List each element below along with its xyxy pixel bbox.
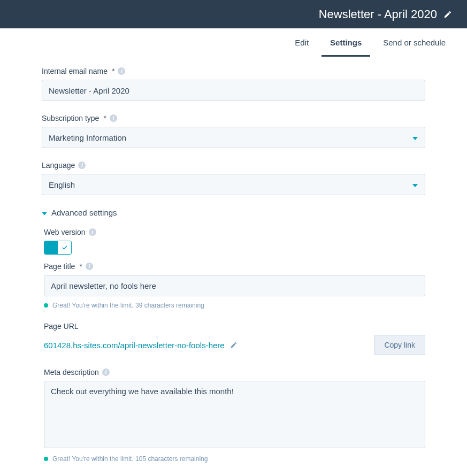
info-icon[interactable]: i [89,228,96,236]
page-url-label: Page URL [44,322,79,331]
meta-description-label: Meta description [44,368,99,377]
subscription-type-label: Subscription type [42,114,99,122]
required-marker: * [79,262,82,271]
tab-bar: Edit Settings Send or schedule [0,28,467,58]
meta-description-input[interactable] [44,381,425,448]
field-page-title: Page title * i Great! You're within the … [44,262,425,309]
internal-email-name-input[interactable] [42,80,425,101]
internal-email-name-label: Internal email name [42,67,108,75]
field-page-url: Page URL 601428.hs-sites.com/april-newsl… [44,322,425,355]
page-title-input[interactable] [44,275,425,296]
info-icon[interactable]: i [78,162,86,169]
page-title-label: Page title [44,262,75,271]
info-icon[interactable]: i [86,263,93,270]
advanced-settings-section: Advanced settings Web version i Page tit… [42,208,425,463]
field-language: Language i English [42,161,425,195]
field-subscription-type: Subscription type * i Marketing Informat… [42,114,425,148]
page-url-value: 601428.hs-sites.com/april-newsletter-no-… [44,341,225,350]
subscription-type-value: Marketing Information [42,127,425,148]
page-title-helper: Great! You're within the limit. 39 chara… [44,302,425,309]
subscription-type-select[interactable]: Marketing Information [42,127,425,148]
status-dot-icon [44,457,48,461]
page-title-helper-text: Great! You're within the limit. 39 chara… [52,302,204,309]
info-icon[interactable]: i [118,67,125,75]
web-version-toggle[interactable] [44,241,72,255]
field-meta-description: Meta description i Great! You're within … [44,368,425,463]
tab-send[interactable]: Send or schedule [372,29,456,57]
language-label: Language [42,161,75,170]
tab-edit[interactable]: Edit [284,29,319,57]
language-value: English [42,174,425,195]
advanced-settings-toggle[interactable]: Advanced settings [42,208,425,217]
copy-link-button[interactable]: Copy link [374,335,425,355]
meta-description-helper-text: Great! You're within the limit. 105 char… [52,455,208,463]
form-container: Internal email name * i Subscription typ… [0,58,467,473]
info-icon[interactable]: i [110,114,117,122]
status-dot-icon [44,303,48,308]
web-version-label: Web version [44,228,86,236]
toggle-on-half [44,241,58,254]
meta-description-helper: Great! You're within the limit. 105 char… [44,455,425,463]
edit-title-icon[interactable] [443,10,452,19]
required-marker: * [112,67,114,75]
field-web-version: Web version i [44,228,425,255]
page-header: Newsletter - April 2020 [0,0,467,28]
info-icon[interactable]: i [102,368,110,376]
page-title: Newsletter - April 2020 [319,7,437,21]
language-select[interactable]: English [42,174,425,195]
advanced-settings-label: Advanced settings [51,208,117,217]
chevron-down-icon [42,208,47,217]
field-internal-email-name: Internal email name * i [42,67,425,101]
required-marker: * [103,114,106,122]
toggle-off-half [58,241,71,254]
edit-url-icon[interactable] [230,341,238,349]
tab-settings[interactable]: Settings [319,29,372,57]
